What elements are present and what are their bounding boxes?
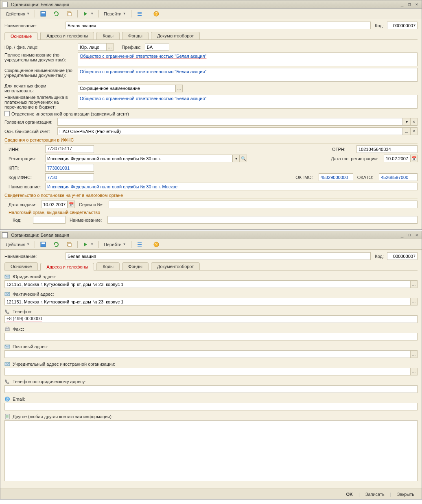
entity-select[interactable] bbox=[78, 43, 106, 51]
tab-addresses[interactable]: Адреса и телефоны bbox=[40, 263, 94, 271]
inn-input[interactable]: 7730715117 bbox=[45, 145, 94, 153]
tab-docs[interactable]: Документооборот bbox=[151, 262, 200, 270]
close-button[interactable]: ✕ bbox=[413, 232, 420, 238]
code-label: Код: bbox=[375, 254, 387, 259]
email-input[interactable] bbox=[4, 403, 418, 410]
phone-input[interactable]: +8 (499) 0000000 bbox=[4, 315, 418, 323]
legalphone-input[interactable] bbox=[4, 385, 418, 393]
legal-addr-input[interactable] bbox=[4, 280, 410, 288]
reg-search-button[interactable]: 🔍 bbox=[240, 155, 247, 162]
entity-more-button[interactable]: ... bbox=[106, 43, 114, 51]
certdate-calendar-button[interactable]: 📅 bbox=[68, 201, 75, 208]
fax-input[interactable] bbox=[4, 333, 418, 340]
toolbar: Действия▼ ▼ Перейти▼ ? bbox=[0, 239, 422, 250]
window-title: Организации: Белая акация bbox=[9, 233, 398, 238]
maximize-button[interactable]: ❐ bbox=[406, 232, 413, 238]
help-icon-button[interactable]: ? bbox=[150, 240, 162, 249]
ogrn-input[interactable] bbox=[356, 145, 418, 153]
svg-text:@: @ bbox=[5, 397, 9, 401]
tab-codes[interactable]: Коды bbox=[96, 262, 120, 270]
regdate-calendar-button[interactable]: 📅 bbox=[410, 155, 418, 162]
ifnsname-input[interactable] bbox=[45, 183, 418, 190]
copy-icon-button[interactable] bbox=[63, 10, 75, 18]
foreign-checkbox[interactable] bbox=[4, 111, 10, 116]
oktmo-input[interactable] bbox=[319, 173, 353, 181]
code-input[interactable] bbox=[387, 252, 418, 260]
actions-menu[interactable]: Действия▼ bbox=[3, 240, 33, 249]
separator bbox=[35, 241, 35, 248]
ok-button[interactable]: OK bbox=[343, 491, 356, 497]
cert-section-title: Свидетельство о постановке на учет в нал… bbox=[4, 193, 418, 199]
headorg-dropdown-button[interactable]: ▾ bbox=[403, 118, 410, 126]
close-button[interactable]: Закрыть bbox=[394, 491, 418, 497]
reg-dropdown-button[interactable]: ▾ bbox=[232, 155, 240, 162]
minimize-button[interactable]: _ bbox=[399, 2, 405, 7]
actual-addr-input[interactable] bbox=[4, 298, 410, 305]
foreign-addr-more-button[interactable]: ... bbox=[410, 368, 418, 375]
fullname-label: Полное наименование (по учредительным до… bbox=[4, 52, 78, 62]
prefix-input[interactable] bbox=[145, 43, 169, 51]
bank-more-button[interactable]: ... bbox=[403, 127, 410, 135]
goto-icon-button[interactable]: ▼ bbox=[80, 10, 96, 18]
certcode-input[interactable] bbox=[33, 216, 66, 224]
fullname-input[interactable]: Общество с ограниченной ответственностью… bbox=[78, 52, 418, 66]
other-textarea[interactable] bbox=[4, 420, 418, 481]
phone-label: Телефон: bbox=[13, 309, 36, 314]
printform-select[interactable] bbox=[78, 85, 175, 92]
tab-docs[interactable]: Документооборот bbox=[151, 32, 200, 39]
refresh-icon-button[interactable] bbox=[50, 240, 62, 249]
minimize-button[interactable]: _ bbox=[399, 232, 405, 238]
separator bbox=[148, 10, 148, 17]
save-button[interactable]: Записать bbox=[362, 491, 388, 497]
refresh-icon-button[interactable] bbox=[50, 10, 62, 18]
postal-addr-input[interactable] bbox=[4, 350, 410, 358]
copy-icon-button[interactable] bbox=[63, 240, 75, 249]
maximize-button[interactable]: ❐ bbox=[406, 2, 413, 7]
tab-main[interactable]: Основные bbox=[4, 262, 38, 270]
help-icon-button[interactable]: ? bbox=[150, 10, 162, 18]
shortname-input[interactable]: Общество с ограниченной ответственностью… bbox=[78, 68, 418, 82]
actual-addr-more-button[interactable]: ... bbox=[410, 298, 418, 305]
postal-addr-more-button[interactable]: ... bbox=[410, 350, 418, 358]
reg-input[interactable] bbox=[45, 155, 232, 162]
regdate-input[interactable] bbox=[384, 155, 410, 162]
tab-funds[interactable]: Фонды bbox=[122, 262, 149, 270]
svg-text:?: ? bbox=[155, 242, 157, 247]
bank-input[interactable] bbox=[57, 127, 403, 135]
svg-rect-4 bbox=[68, 13, 71, 16]
save-icon-button[interactable] bbox=[37, 10, 49, 18]
certname-input[interactable] bbox=[107, 216, 418, 224]
payer-input[interactable]: Общество с ограниченной ответственностью… bbox=[78, 95, 418, 109]
tab-main[interactable]: Основные bbox=[4, 32, 38, 40]
tab-funds[interactable]: Фонды bbox=[122, 32, 149, 39]
kpp-input[interactable] bbox=[45, 164, 94, 172]
actions-menu[interactable]: Действия▼ bbox=[3, 10, 33, 18]
ifnscode-input[interactable] bbox=[45, 173, 94, 181]
name-input[interactable] bbox=[66, 22, 371, 29]
goto-icon-button[interactable]: ▼ bbox=[80, 240, 96, 249]
okato-input[interactable] bbox=[379, 173, 418, 181]
save-icon-button[interactable] bbox=[37, 240, 49, 249]
separator bbox=[98, 10, 99, 17]
close-button[interactable]: ✕ bbox=[413, 2, 420, 7]
list-icon-button[interactable] bbox=[133, 10, 146, 18]
foreign-addr-input[interactable] bbox=[4, 368, 410, 375]
postal-addr-label: Почтовый адрес: bbox=[13, 344, 51, 349]
list-icon-button[interactable] bbox=[133, 240, 146, 249]
code-label: Код: bbox=[375, 23, 387, 28]
certseries-input[interactable] bbox=[109, 201, 418, 208]
tab-codes[interactable]: Коды bbox=[96, 32, 120, 39]
goto-menu[interactable]: Перейти▼ bbox=[101, 10, 129, 18]
headorg-clear-button[interactable]: × bbox=[410, 118, 418, 126]
bank-clear-button[interactable]: × bbox=[410, 127, 418, 135]
printform-more-button[interactable]: ... bbox=[175, 85, 183, 92]
svg-rect-12 bbox=[42, 242, 45, 244]
legal-addr-more-button[interactable]: ... bbox=[410, 280, 418, 288]
shortname-label: Сокращенное наименование (по учредительн… bbox=[4, 68, 78, 78]
name-input[interactable] bbox=[66, 252, 371, 260]
certdate-input[interactable] bbox=[41, 201, 68, 208]
tab-addresses[interactable]: Адреса и телефоны bbox=[40, 32, 94, 39]
code-input[interactable] bbox=[387, 22, 418, 29]
goto-menu[interactable]: Перейти▼ bbox=[101, 240, 129, 249]
headorg-input[interactable] bbox=[57, 118, 403, 126]
